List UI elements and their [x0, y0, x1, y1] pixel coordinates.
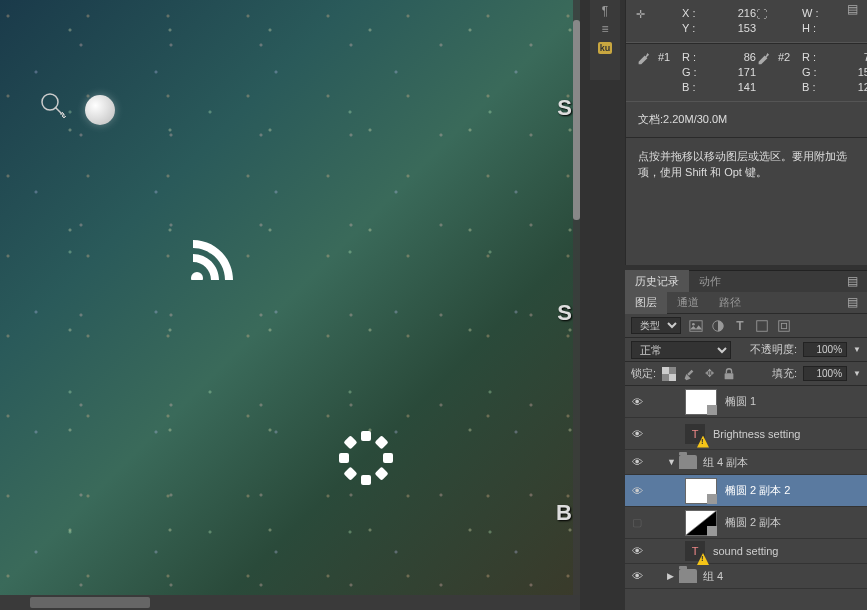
layer-name[interactable]: 组 4 副本 [703, 455, 863, 470]
filter-text-icon[interactable]: T [733, 319, 747, 333]
vertical-scrollbar[interactable] [573, 0, 580, 595]
svg-rect-7 [781, 323, 786, 328]
panel-menu-button[interactable]: ▤ [847, 2, 863, 18]
svg-rect-12 [725, 373, 734, 379]
canvas-letter-2: S [557, 300, 572, 326]
svg-rect-2 [690, 320, 702, 331]
layer-filter-toolbar: 类型 T [625, 314, 867, 338]
layer-name[interactable]: Brightness setting [713, 428, 863, 440]
lock-row: 锁定: ✥ 填充: 100% ▼ [625, 362, 867, 386]
visibility-toggle[interactable]: 👁 [625, 456, 649, 468]
horizontal-scrollbar[interactable] [0, 595, 580, 610]
smart-object-icon: T [685, 541, 705, 561]
layer-thumbnail[interactable] [685, 478, 717, 504]
filter-shape-icon[interactable] [755, 319, 769, 333]
layers-list: 👁 椭圆 1 👁 T Brightness setting 👁 ▼ 组 4 副本… [625, 386, 867, 610]
align-icon[interactable]: ≡ [590, 22, 620, 36]
layer-row[interactable]: 👁 T sound setting [625, 539, 867, 564]
blend-mode-row: 正常 不透明度: 100% ▼ [625, 338, 867, 362]
svg-rect-11 [662, 374, 669, 381]
history-panel-tabs: 历史记录 动作 ▤ [625, 270, 867, 292]
info-panel: ▤ ✛ X :216 Y :153 ⛶ W : H : #1R :86 G :1… [625, 0, 867, 265]
lock-all-icon[interactable] [722, 367, 736, 381]
layer-row[interactable]: 👁 T Brightness setting [625, 418, 867, 450]
layer-row[interactable]: ▢ 椭圆 2 副本 [625, 507, 867, 539]
filter-smart-icon[interactable] [777, 319, 791, 333]
coord-x: 216 [716, 6, 756, 21]
blend-mode-select[interactable]: 正常 [631, 341, 731, 359]
sample1-r: 86 [716, 50, 756, 65]
lock-transparency-icon[interactable] [662, 367, 676, 381]
opacity-label: 不透明度: [750, 342, 797, 357]
lock-brush-icon[interactable] [682, 367, 696, 381]
tab-paths[interactable]: 路径 [709, 291, 751, 314]
layer-row[interactable]: 👁 椭圆 2 副本 2 [625, 475, 867, 507]
visibility-toggle[interactable]: 👁 [625, 428, 649, 440]
layer-name[interactable]: 椭圆 2 副本 [725, 515, 863, 530]
layer-name[interactable]: 椭圆 1 [725, 394, 863, 409]
sample1-b: 141 [716, 80, 756, 95]
svg-rect-8 [662, 367, 669, 374]
layer-name[interactable]: sound setting [713, 545, 863, 557]
rss-icon [185, 232, 233, 284]
doc-size: 文档:2.20M/30.0M [626, 102, 867, 138]
coord-y: 153 [716, 21, 756, 36]
tab-history[interactable]: 历史记录 [625, 270, 689, 293]
svg-rect-9 [669, 374, 676, 381]
panel-menu-button[interactable]: ▤ [847, 295, 863, 311]
move-cursor-icon [40, 92, 68, 124]
layer-thumbnail[interactable] [685, 510, 717, 536]
warning-icon [697, 436, 709, 448]
eyedropper-icon [636, 52, 652, 68]
tool-hint: 点按并拖移以移动图层或选区。要用附加选项，使用 Shift 和 Opt 键。 [626, 138, 867, 190]
moon-shape [85, 95, 115, 125]
filter-adjust-icon[interactable] [711, 319, 725, 333]
svg-point-3 [692, 322, 695, 325]
fill-input[interactable]: 100% [803, 366, 847, 381]
layer-row[interactable]: 👁 ▶ 组 4 [625, 564, 867, 589]
ku-badge-icon[interactable]: ku [590, 40, 620, 54]
folder-icon [679, 569, 697, 583]
warning-icon [697, 553, 709, 565]
filter-image-icon[interactable] [689, 319, 703, 333]
fill-label: 填充: [772, 366, 797, 381]
crosshair-icon: ✛ [636, 8, 652, 24]
layer-name[interactable]: 组 4 [703, 569, 863, 584]
svg-rect-5 [757, 320, 768, 331]
opacity-input[interactable]: 100% [803, 342, 847, 357]
paragraph-icon[interactable]: ¶ [590, 4, 620, 18]
sample1-g: 171 [716, 65, 756, 80]
eyedropper-icon [756, 52, 772, 68]
layers-panel-tabs: 图层 通道 路径 ▤ [625, 292, 867, 314]
visibility-toggle[interactable]: 👁 [625, 570, 649, 582]
layer-thumbnail[interactable] [685, 389, 717, 415]
svg-line-1 [55, 107, 62, 114]
group-toggle[interactable]: ▼ [667, 457, 677, 467]
spinner-icon [340, 432, 392, 484]
layer-row[interactable]: 👁 椭圆 1 [625, 386, 867, 418]
sample2-r: 73 [836, 50, 867, 65]
tab-layers[interactable]: 图层 [625, 291, 667, 314]
layer-row[interactable]: 👁 ▼ 组 4 副本 [625, 450, 867, 475]
visibility-toggle[interactable]: 👁 [625, 485, 649, 497]
chevron-down-icon[interactable]: ▼ [853, 369, 861, 378]
collapsed-panel-strip: ¶ ≡ ku [590, 0, 620, 80]
canvas-letter-1: S [557, 95, 572, 121]
canvas-letter-3: B [556, 500, 572, 526]
visibility-toggle[interactable]: 👁 [625, 545, 649, 557]
chevron-down-icon[interactable]: ▼ [853, 345, 861, 354]
sample2-b: 128 [836, 80, 867, 95]
smart-object-icon: T [685, 424, 705, 444]
tab-actions[interactable]: 动作 [689, 270, 731, 293]
svg-rect-6 [779, 320, 790, 331]
group-toggle[interactable]: ▶ [667, 571, 677, 581]
filter-type-select[interactable]: 类型 [631, 317, 681, 334]
lock-position-icon[interactable]: ✥ [702, 367, 716, 381]
visibility-toggle[interactable]: 👁 [625, 396, 649, 408]
panel-menu-button[interactable]: ▤ [847, 274, 863, 290]
tab-channels[interactable]: 通道 [667, 291, 709, 314]
layer-name[interactable]: 椭圆 2 副本 2 [725, 483, 863, 498]
dimension-icon: ⛶ [756, 8, 772, 24]
visibility-toggle[interactable]: ▢ [625, 516, 649, 529]
canvas[interactable]: S S B [0, 0, 580, 595]
